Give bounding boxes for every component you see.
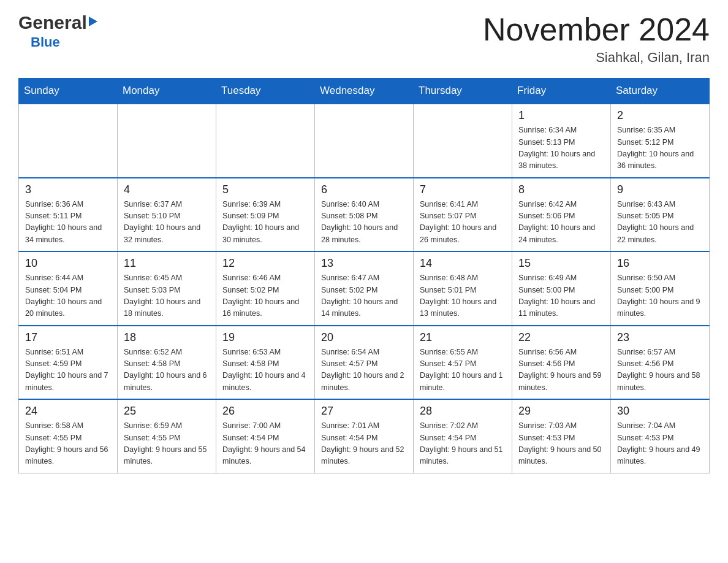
day-number: 25 [124,405,210,418]
calendar-cell: 8Sunrise: 6:42 AM Sunset: 5:06 PM Daylig… [512,178,611,252]
day-info: Sunrise: 6:45 AM Sunset: 5:03 PM Dayligh… [124,272,210,320]
calendar-week-row: 3Sunrise: 6:36 AM Sunset: 5:11 PM Daylig… [19,178,710,252]
day-number: 26 [222,405,308,418]
day-info: Sunrise: 6:55 AM Sunset: 4:57 PM Dayligh… [420,347,506,394]
calendar-cell: 24Sunrise: 6:58 AM Sunset: 4:55 PM Dayli… [19,399,118,473]
calendar-cell: 27Sunrise: 7:01 AM Sunset: 4:54 PM Dayli… [315,399,414,473]
day-info: Sunrise: 6:46 AM Sunset: 5:02 PM Dayligh… [222,272,308,320]
calendar-cell: 1Sunrise: 6:34 AM Sunset: 5:13 PM Daylig… [512,104,611,178]
calendar-cell: 6Sunrise: 6:40 AM Sunset: 5:08 PM Daylig… [315,178,414,252]
day-info: Sunrise: 6:43 AM Sunset: 5:05 PM Dayligh… [617,199,703,247]
calendar-header-friday: Friday [512,79,611,104]
calendar-cell [19,104,118,178]
day-info: Sunrise: 7:03 AM Sunset: 4:53 PM Dayligh… [518,420,604,468]
calendar-cell: 20Sunrise: 6:54 AM Sunset: 4:57 PM Dayli… [315,326,414,400]
calendar-header-row: SundayMondayTuesdayWednesdayThursdayFrid… [19,79,710,104]
calendar-cell: 7Sunrise: 6:41 AM Sunset: 5:07 PM Daylig… [414,178,512,252]
day-info: Sunrise: 6:39 AM Sunset: 5:09 PM Dayligh… [222,199,308,247]
day-info: Sunrise: 6:52 AM Sunset: 4:58 PM Dayligh… [124,347,210,394]
day-number: 29 [518,405,604,418]
calendar-header-sunday: Sunday [19,79,118,104]
day-info: Sunrise: 6:58 AM Sunset: 4:55 PM Dayligh… [25,420,111,468]
calendar-header-saturday: Saturday [611,79,710,104]
month-title: November 2024 [483,12,710,47]
calendar-week-row: 17Sunrise: 6:51 AM Sunset: 4:59 PM Dayli… [19,326,710,400]
calendar-cell: 17Sunrise: 6:51 AM Sunset: 4:59 PM Dayli… [19,326,118,400]
day-info: Sunrise: 6:37 AM Sunset: 5:10 PM Dayligh… [124,199,210,247]
calendar-cell: 14Sunrise: 6:48 AM Sunset: 5:01 PM Dayli… [414,251,512,326]
day-number: 17 [25,331,111,344]
day-number: 12 [222,257,308,270]
title-section: November 2024 Siahkal, Gilan, Iran [483,12,710,66]
calendar-cell: 30Sunrise: 7:04 AM Sunset: 4:53 PM Dayli… [611,399,710,473]
calendar-week-row: 1Sunrise: 6:34 AM Sunset: 5:13 PM Daylig… [19,104,710,178]
calendar-header-wednesday: Wednesday [315,79,414,104]
day-number: 28 [420,405,506,418]
day-info: Sunrise: 6:40 AM Sunset: 5:08 PM Dayligh… [321,199,407,247]
day-info: Sunrise: 7:01 AM Sunset: 4:54 PM Dayligh… [321,420,407,468]
day-number: 23 [617,331,703,344]
day-number: 19 [222,331,308,344]
day-info: Sunrise: 6:51 AM Sunset: 4:59 PM Dayligh… [25,347,111,394]
calendar-cell: 26Sunrise: 7:00 AM Sunset: 4:54 PM Dayli… [216,399,315,473]
day-info: Sunrise: 6:57 AM Sunset: 4:56 PM Dayligh… [617,347,703,394]
day-info: Sunrise: 6:36 AM Sunset: 5:11 PM Dayligh… [25,199,111,247]
day-number: 16 [617,257,703,270]
calendar-cell [315,104,414,178]
day-number: 10 [25,257,111,270]
day-number: 6 [321,183,407,196]
day-number: 5 [222,183,308,196]
calendar-cell: 9Sunrise: 6:43 AM Sunset: 5:05 PM Daylig… [611,178,710,252]
day-info: Sunrise: 6:44 AM Sunset: 5:04 PM Dayligh… [25,272,111,320]
calendar-cell: 23Sunrise: 6:57 AM Sunset: 4:56 PM Dayli… [611,326,710,400]
day-info: Sunrise: 6:56 AM Sunset: 4:56 PM Dayligh… [518,347,604,394]
calendar-table: SundayMondayTuesdayWednesdayThursdayFrid… [18,78,710,473]
calendar-week-row: 10Sunrise: 6:44 AM Sunset: 5:04 PM Dayli… [19,251,710,326]
day-number: 2 [617,109,703,122]
logo: General Blue [18,12,97,50]
calendar-cell: 10Sunrise: 6:44 AM Sunset: 5:04 PM Dayli… [19,251,118,326]
calendar-cell [118,104,216,178]
day-number: 24 [25,405,111,418]
calendar-cell: 3Sunrise: 6:36 AM Sunset: 5:11 PM Daylig… [19,178,118,252]
day-info: Sunrise: 6:42 AM Sunset: 5:06 PM Dayligh… [518,199,604,247]
day-number: 13 [321,257,407,270]
day-number: 9 [617,183,703,196]
logo-blue-text: Blue [18,34,97,50]
logo-general-text: General [18,12,87,33]
day-info: Sunrise: 6:53 AM Sunset: 4:58 PM Dayligh… [222,347,308,394]
day-info: Sunrise: 6:41 AM Sunset: 5:07 PM Dayligh… [420,199,506,247]
day-number: 8 [518,183,604,196]
day-info: Sunrise: 6:49 AM Sunset: 5:00 PM Dayligh… [518,272,604,320]
day-info: Sunrise: 7:02 AM Sunset: 4:54 PM Dayligh… [420,420,506,468]
day-number: 11 [124,257,210,270]
day-number: 21 [420,331,506,344]
location-text: Siahkal, Gilan, Iran [483,50,710,66]
day-number: 20 [321,331,407,344]
calendar-week-row: 24Sunrise: 6:58 AM Sunset: 4:55 PM Dayli… [19,399,710,473]
calendar-cell: 15Sunrise: 6:49 AM Sunset: 5:00 PM Dayli… [512,251,611,326]
day-info: Sunrise: 6:54 AM Sunset: 4:57 PM Dayligh… [321,347,407,394]
day-info: Sunrise: 6:34 AM Sunset: 5:13 PM Dayligh… [518,124,604,172]
calendar-cell: 29Sunrise: 7:03 AM Sunset: 4:53 PM Dayli… [512,399,611,473]
page-header: General Blue November 2024 Siahkal, Gila… [18,12,710,66]
calendar-cell: 2Sunrise: 6:35 AM Sunset: 5:12 PM Daylig… [611,104,710,178]
calendar-cell [414,104,512,178]
day-info: Sunrise: 6:50 AM Sunset: 5:00 PM Dayligh… [617,272,703,320]
day-info: Sunrise: 6:59 AM Sunset: 4:55 PM Dayligh… [124,420,210,468]
day-number: 15 [518,257,604,270]
calendar-cell: 5Sunrise: 6:39 AM Sunset: 5:09 PM Daylig… [216,178,315,252]
day-number: 7 [420,183,506,196]
day-info: Sunrise: 7:04 AM Sunset: 4:53 PM Dayligh… [617,420,703,468]
calendar-cell: 21Sunrise: 6:55 AM Sunset: 4:57 PM Dayli… [414,326,512,400]
logo-arrow-icon [89,17,97,26]
day-number: 30 [617,405,703,418]
day-number: 3 [25,183,111,196]
day-number: 27 [321,405,407,418]
day-info: Sunrise: 6:48 AM Sunset: 5:01 PM Dayligh… [420,272,506,320]
calendar-cell: 18Sunrise: 6:52 AM Sunset: 4:58 PM Dayli… [118,326,216,400]
calendar-header-thursday: Thursday [414,79,512,104]
calendar-cell: 16Sunrise: 6:50 AM Sunset: 5:00 PM Dayli… [611,251,710,326]
calendar-cell: 25Sunrise: 6:59 AM Sunset: 4:55 PM Dayli… [118,399,216,473]
day-number: 22 [518,331,604,344]
